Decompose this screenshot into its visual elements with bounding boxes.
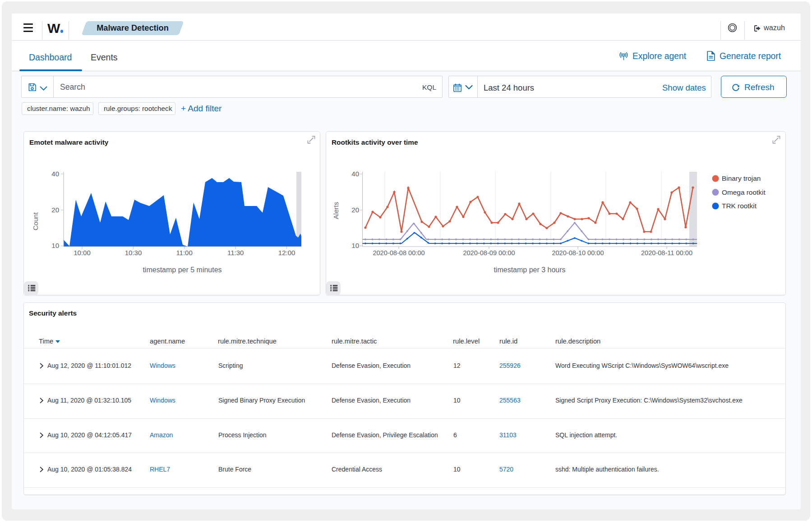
svg-text:11:00: 11:00 [176,249,192,256]
svg-text:11:30: 11:30 [227,249,244,256]
svg-text:Binary trojan: Binary trojan [722,174,761,182]
svg-text:20: 20 [351,206,359,214]
svg-text:12:00: 12:00 [278,249,295,256]
svg-text:Omega rootkit: Omega rootkit [722,188,766,196]
svg-text:10: 10 [51,242,59,249]
svg-text:Alerts: Alerts [332,202,340,219]
svg-text:10:00: 10:00 [74,249,91,256]
svg-text:2020-08-11 00:00: 2020-08-11 00:00 [641,249,692,256]
svg-text:10: 10 [351,242,359,249]
svg-text:40: 40 [351,170,359,178]
svg-text:Count: Count [32,212,39,230]
svg-text:2020-08-08 00:00: 2020-08-08 00:00 [373,249,424,256]
svg-text:timestamp per 3 hours: timestamp per 3 hours [494,266,565,274]
svg-text:10:30: 10:30 [125,249,142,256]
svg-text:TRK rootkit: TRK rootkit [722,202,757,210]
svg-text:2020-08-09 00:00: 2020-08-09 00:00 [463,249,515,256]
svg-text:timestamp per 5 minutes: timestamp per 5 minutes [143,266,221,274]
svg-text:20: 20 [51,206,59,214]
svg-text:40: 40 [51,170,59,178]
svg-text:2020-08-10 00:00: 2020-08-10 00:00 [552,249,604,256]
